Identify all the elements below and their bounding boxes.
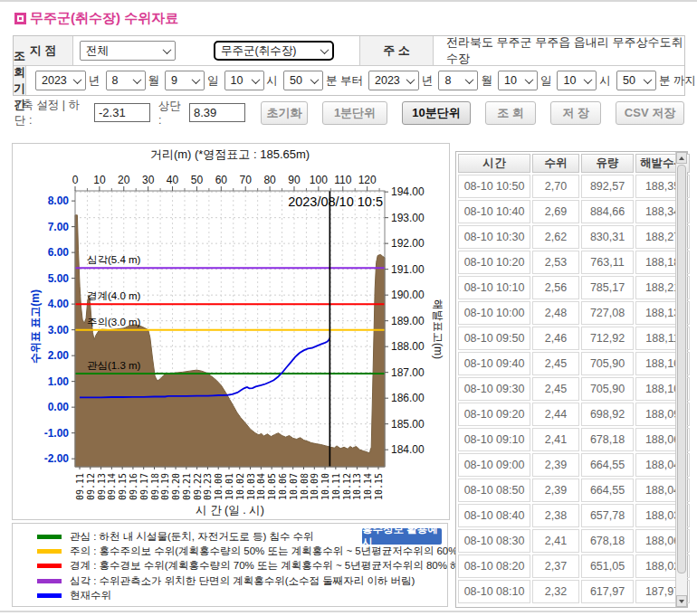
period-label: 조회기간 (14, 66, 26, 95)
level-data-table: 시간수위유량해발수위 08-10 10:502,70892,57188,3508… (456, 152, 692, 605)
top-axis-title: 거리(m) (*영점표고 : 185.65m) (150, 147, 310, 161)
table-row[interactable]: 08-10 08:102,32617,97187,97 (458, 580, 690, 603)
period-from-unit-label: 분 부터 (326, 73, 363, 89)
table-row[interactable]: 08-10 10:102,56785,17188,21 (458, 276, 690, 299)
period-to-select[interactable]: 2023 (368, 71, 419, 90)
svg-text:-1.00: -1.00 (44, 427, 70, 440)
table-row[interactable]: 08-10 08:202,37651,05188,02 (458, 554, 690, 578)
svg-text:09.12: 09.12 (86, 473, 96, 500)
page-header: 무주군(취수장) 수위자료 (14, 10, 178, 27)
period-from-select[interactable]: 8 (106, 71, 146, 90)
period-from-select[interactable]: 10 (224, 71, 264, 90)
table-row[interactable]: 08-10 09:002,39664,55188,04 (458, 453, 690, 477)
table-row[interactable]: 08-10 10:302,62830,31188,27 (458, 225, 690, 249)
save-button[interactable]: 저 장 (550, 101, 601, 125)
table-scrollbar[interactable] (675, 152, 687, 607)
table-row[interactable]: 08-10 09:102,41678,18188,06 (458, 428, 690, 451)
period-to-unit-label: 분 까지 (659, 73, 696, 89)
svg-text:09.23: 09.23 (203, 473, 213, 500)
svg-text:10.11: 10.11 (331, 473, 341, 500)
svg-text:186.00: 186.00 (391, 392, 425, 404)
svg-text:192.00: 192.00 (391, 237, 425, 250)
chevron-down-icon (406, 75, 415, 84)
address-value: 전라북도 무주군 무주읍 읍내리 무주상수도취수장 (434, 36, 684, 65)
scroll-up-button[interactable] (676, 152, 687, 164)
svg-text:09.15: 09.15 (118, 473, 128, 500)
svg-text:09.18: 09.18 (150, 473, 160, 500)
table-row[interactable]: 08-10 08:402,38657,78188,03 (458, 504, 690, 527)
svg-text:09.13: 09.13 (97, 473, 107, 500)
svg-text:10.08: 10.08 (300, 473, 310, 500)
table-row[interactable]: 08-10 10:002,48727,08188,13 (458, 301, 690, 325)
svg-text:3.00: 3.00 (48, 324, 70, 336)
legend-swatch (37, 593, 62, 598)
csv-save-button[interactable]: CSV 저장 (616, 101, 684, 125)
threshold-label: 주의(3.0 m) (87, 317, 141, 327)
table-row[interactable]: 08-10 10:502,70892,57188,35 (458, 175, 690, 198)
svg-text:09.21: 09.21 (182, 473, 192, 500)
svg-text:185.00: 185.00 (391, 418, 425, 431)
legend-swatch (37, 535, 62, 539)
svg-text:6.00: 6.00 (48, 246, 70, 259)
legend-swatch (37, 579, 62, 583)
svg-text:10.15: 10.15 (374, 473, 384, 500)
svg-text:10.05: 10.05 (267, 473, 277, 500)
svg-text:30: 30 (142, 174, 155, 186)
period-to-select[interactable]: 8 (438, 71, 478, 90)
svg-text:100: 100 (310, 174, 328, 186)
svg-text:09.20: 09.20 (171, 473, 181, 500)
table-row[interactable]: 08-10 09:302,45705,90188,10 (458, 377, 690, 401)
period-to-unit-label: 년 (422, 73, 434, 89)
period-to-select[interactable]: 10 (498, 71, 538, 90)
svg-text:10: 10 (93, 174, 106, 186)
svg-text:0.00: 0.00 (48, 401, 70, 413)
svg-text:90: 90 (288, 174, 301, 186)
water-level-chart[interactable]: 심각(5.4 m)경계(4.0 m)주의(3.0 m)관심(1.3 m)2023… (12, 143, 450, 520)
svg-text:4.00: 4.00 (48, 298, 70, 310)
table-row[interactable]: 08-10 09:502,46712,92188,11 (458, 327, 690, 350)
search-button[interactable]: 조 회 (485, 101, 536, 125)
period-to-select[interactable]: 10 (557, 71, 597, 90)
period-from-select[interactable]: 9 (165, 71, 205, 90)
table-row[interactable]: 08-10 09:202,44698,92188,09 (458, 403, 690, 426)
bottom-axis-title: 시 간 (일 . 시) (196, 504, 264, 516)
period-to-select[interactable]: 50 (616, 71, 656, 90)
svg-text:10.14: 10.14 (363, 473, 373, 500)
table-row[interactable]: 08-10 08:502,39664,55188,04 (458, 479, 690, 502)
right-axis-title: 해발표고(m) (432, 299, 444, 359)
1min-button[interactable]: 1분단위 (322, 101, 387, 125)
table-row[interactable]: 08-10 10:202,53763,11188,18 (458, 251, 690, 274)
legend-swatch (37, 564, 62, 568)
chevron-down-icon (251, 75, 260, 84)
10min-button[interactable]: 10분단위 (402, 101, 471, 125)
arrow-up-icon (679, 156, 684, 160)
table-row[interactable]: 08-10 09:402,45705,90188,10 (458, 352, 690, 375)
station-select[interactable]: 무주군(취수장) (214, 41, 334, 61)
cross-section-area (75, 215, 385, 467)
svg-text:09.14: 09.14 (107, 473, 117, 500)
chevron-down-icon (132, 75, 141, 84)
scroll-down-button[interactable] (676, 595, 687, 607)
period-from-select[interactable]: 2023 (35, 71, 86, 90)
table-row[interactable]: 08-10 08:302,41678,18188,06 (458, 529, 690, 553)
legend-item: 현재수위 (13, 589, 447, 603)
scrollbar-thumb[interactable] (677, 165, 686, 573)
yaxis-label: Y축 설정 | 하단 : (14, 98, 90, 128)
yaxis-settings-row: Y축 설정 | 하단 : 상단 : 초기화1분단위10분단위조 회저 장CSV … (14, 100, 684, 125)
column-header: 유량 (581, 154, 634, 173)
period-from-unit-label: 월 (148, 73, 160, 89)
table-row[interactable]: 08-10 10:402,69884,66188,34 (458, 200, 690, 223)
threshold-label: 관심(1.3 m) (87, 360, 141, 371)
reset-button[interactable]: 초기화 (261, 101, 308, 125)
yaxis-upper-input[interactable] (189, 103, 245, 122)
flood-info-example-button[interactable]: 홍수정보 활용예시 (362, 528, 442, 545)
station-group-select[interactable]: 전체 (80, 41, 176, 61)
svg-text:189.00: 189.00 (391, 315, 425, 327)
chevron-down-icon (465, 75, 474, 84)
yaxis-lower-input[interactable] (94, 103, 150, 122)
period-to-unit-label: 일 (540, 73, 552, 89)
svg-text:184.00: 184.00 (391, 443, 425, 456)
period-from-select[interactable]: 50 (283, 71, 323, 90)
column-header: 수위 (532, 154, 579, 173)
svg-text:10.13: 10.13 (352, 473, 362, 500)
